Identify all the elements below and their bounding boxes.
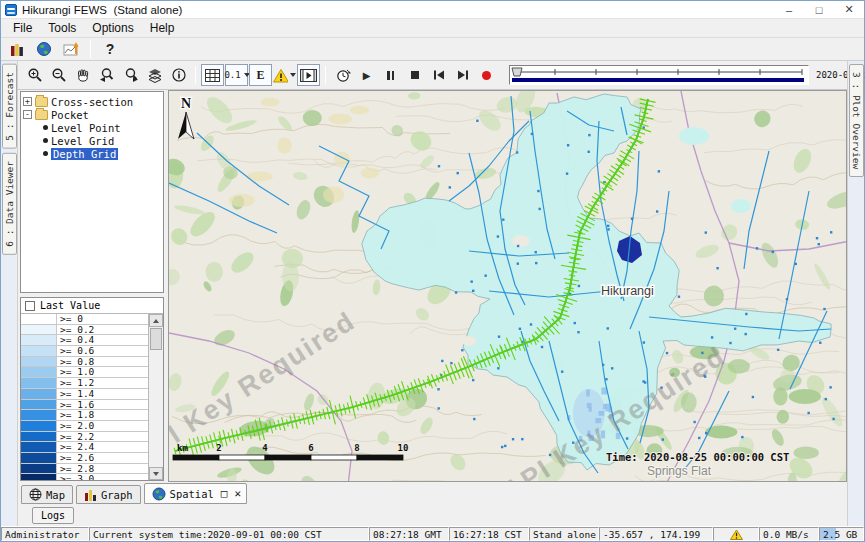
window-title: Hikurangi FEWS (Stand alone)	[22, 4, 182, 16]
status-mode: Stand alone	[529, 527, 599, 541]
dock-tab-forecast[interactable]: 5 : Forecast	[2, 64, 17, 149]
layers-icon[interactable]	[143, 64, 166, 86]
close-panel-icon[interactable]: ✕	[234, 487, 241, 500]
chevron-down-icon	[290, 73, 296, 77]
record-button[interactable]	[475, 64, 498, 86]
tab-spatial[interactable]: Spatial □ ✕	[144, 483, 248, 504]
stop-button[interactable]	[403, 64, 426, 86]
right-dock-strip: 3 : Plot Overview	[847, 61, 864, 526]
svg-text:8: 8	[354, 443, 359, 453]
legend-scrollbar[interactable]	[149, 314, 163, 480]
time-slider[interactable]	[509, 65, 809, 85]
logs-button[interactable]: Logs	[32, 507, 74, 524]
folder-icon	[35, 110, 48, 120]
logs-row: Logs	[18, 505, 847, 526]
zoom-previous-icon[interactable]	[95, 64, 118, 86]
tab-map[interactable]: Map	[21, 485, 73, 504]
status-network: 0.0 MB/s	[759, 527, 819, 541]
animation-movie-icon[interactable]	[297, 64, 320, 86]
status-system-time: Current system time:2020-09-01 00:00 CST	[89, 527, 369, 541]
map-time-stamp: Time: 2020-08-25 00:00:00 CST	[606, 451, 789, 463]
zoom-in-icon[interactable]	[23, 64, 46, 86]
menu-options[interactable]: Options	[84, 21, 141, 35]
scroll-down-icon[interactable]	[149, 467, 163, 480]
map-canvas[interactable]: API Key Required API Key Required Hikura…	[168, 90, 847, 482]
svg-text:km: km	[177, 443, 188, 453]
status-local-time: 16:27:18 CST	[449, 527, 529, 541]
last-value-checkbox[interactable]	[25, 301, 35, 311]
layers-panel: + Cross-section - Pocket Level Point	[18, 90, 164, 482]
status-user: Administrator	[1, 527, 89, 541]
zoom-out-icon[interactable]	[47, 64, 70, 86]
tree-item-cross-section[interactable]: + Cross-section	[23, 95, 161, 108]
folder-icon	[35, 97, 48, 107]
timestep-clock-icon[interactable]	[331, 64, 354, 86]
status-gmt-time: 08:27:18 GMT	[369, 527, 449, 541]
menu-tools[interactable]: Tools	[40, 21, 84, 35]
status-coordinates: -35.657 , 174.199	[599, 527, 713, 541]
step-back-button[interactable]	[427, 64, 450, 86]
scrollbar-thumb[interactable]	[150, 328, 162, 350]
bar-chart-icon	[84, 489, 97, 501]
node-bullet-icon	[43, 151, 48, 156]
last-value-label: Last Value	[40, 300, 100, 311]
zoom-next-icon[interactable]	[119, 64, 142, 86]
timeseries-display-icon[interactable]	[59, 39, 83, 59]
restore-panel-icon[interactable]: □	[221, 487, 228, 500]
tree-item-pocket[interactable]: - Pocket	[23, 108, 161, 121]
svg-text:4: 4	[262, 443, 268, 453]
close-button[interactable]: ✕	[834, 1, 864, 18]
time-span-bar	[512, 78, 804, 82]
grid-toggle-icon[interactable]	[201, 64, 224, 86]
status-bar: Administrator Current system time:2020-0…	[1, 526, 864, 541]
legend-panel: Last Value >= 0>= 0.2>= 0.4>= 0.6>= 0.8>…	[20, 297, 164, 481]
dock-tab-plot-overview[interactable]: 3 : Plot Overview	[849, 64, 864, 177]
menu-help[interactable]: Help	[142, 21, 183, 35]
main-toolbar: ?	[1, 38, 864, 61]
svg-text:10: 10	[398, 443, 409, 453]
contour-interval-value: 0.1	[224, 70, 240, 80]
legend-row[interactable]: >= 3.0	[21, 474, 148, 480]
legend-classes-list: >= 0>= 0.2>= 0.4>= 0.6>= 0.8>= 1.0>= 1.2…	[21, 314, 149, 480]
status-memory: 2.5 GB	[819, 527, 864, 541]
layer-tree: + Cross-section - Pocket Level Point	[20, 91, 164, 293]
time-slider-thumb[interactable]	[512, 68, 522, 76]
map-label-springs-flat: Springs Flat	[647, 464, 712, 478]
legend-row[interactable]: >= 1.4	[21, 389, 148, 400]
legend-row[interactable]: >= 2.0	[21, 421, 148, 432]
map-toolbar: 0.1 E ▶	[18, 61, 847, 90]
svg-text:6: 6	[308, 443, 313, 453]
pause-button[interactable]	[379, 64, 402, 86]
tree-item-level-grid[interactable]: Level Grid	[23, 134, 161, 147]
left-dock-strip: 5 : Forecast 6 : Data Viewer	[1, 61, 18, 526]
map-label-hikurangi: Hikurangi	[601, 284, 654, 298]
tree-item-depth-grid[interactable]: Depth Grid	[23, 147, 161, 160]
map-globe-icon[interactable]	[32, 39, 56, 59]
title-bar: Hikurangi FEWS (Stand alone) – □ ✕	[1, 1, 864, 19]
help-icon[interactable]: ?	[98, 39, 122, 59]
menu-file[interactable]: File	[5, 21, 40, 35]
tree-item-level-point[interactable]: Level Point	[23, 121, 161, 134]
maximize-button[interactable]: □	[804, 1, 834, 18]
app-logo-icon	[5, 4, 17, 16]
dock-tab-data-viewer[interactable]: 6 : Data Viewer	[2, 153, 17, 255]
tab-graph[interactable]: Graph	[76, 485, 141, 504]
step-forward-button[interactable]	[451, 64, 474, 86]
pan-hand-icon[interactable]	[71, 64, 94, 86]
thresholds-warning-dropdown[interactable]	[273, 64, 296, 86]
contour-interval-dropdown[interactable]: 0.1	[225, 64, 248, 86]
svg-text:2: 2	[216, 443, 221, 453]
globe-icon	[152, 487, 166, 501]
node-bullet-icon	[43, 138, 48, 143]
scroll-up-icon[interactable]	[149, 314, 163, 327]
menu-bar: File Tools Options Help	[1, 19, 864, 38]
expand-icon[interactable]: +	[23, 97, 32, 106]
labels-toggle[interactable]: E	[249, 64, 272, 86]
minimize-button[interactable]: –	[774, 1, 804, 18]
status-warning[interactable]	[713, 527, 759, 541]
database-icon[interactable]	[5, 39, 29, 59]
app-window: Hikurangi FEWS (Stand alone) – □ ✕ File …	[0, 0, 865, 542]
info-icon[interactable]	[167, 64, 190, 86]
collapse-icon[interactable]: -	[23, 110, 32, 119]
play-button[interactable]: ▶	[355, 64, 378, 86]
